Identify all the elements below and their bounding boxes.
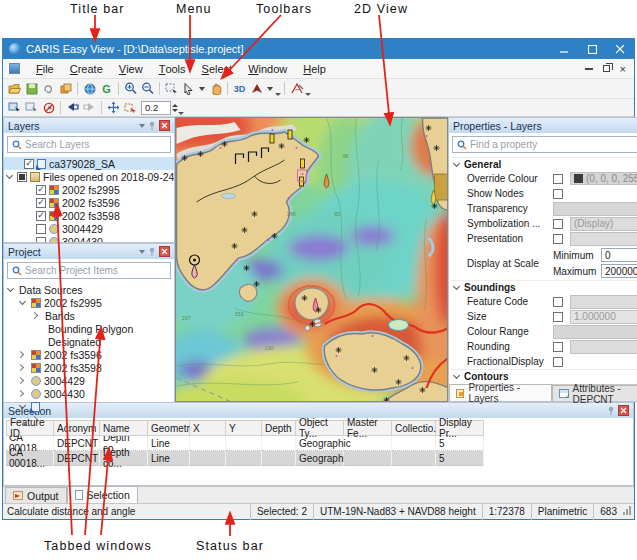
menu-file[interactable]: File <box>28 59 62 79</box>
project-pin-icon[interactable] <box>148 247 156 256</box>
fractional-display-checkbox[interactable] <box>553 357 563 367</box>
layers-item-fs3596[interactable]: 2002 fs3596 <box>4 196 174 209</box>
select-add-icon[interactable] <box>6 100 23 116</box>
tab-output[interactable]: Output <box>5 487 67 503</box>
pan-hand-icon[interactable] <box>207 81 224 97</box>
chevron-down-icon[interactable] <box>19 298 26 305</box>
chevron-right-icon[interactable] <box>31 312 38 319</box>
project-item-designated[interactable]: Designated <box>4 335 174 348</box>
chevron-right-icon[interactable] <box>17 364 24 371</box>
google-earth-icon[interactable]: G <box>98 81 115 97</box>
toolbar-overflow-icon[interactable] <box>275 82 281 96</box>
colour-swatch-button[interactable]: (0, 0, 0, 255) <box>570 172 637 185</box>
project-menu-icon[interactable] <box>139 250 145 254</box>
presentation-checkbox[interactable] <box>553 234 563 244</box>
tab-selection[interactable]: Selection <box>67 486 138 503</box>
mdi-restore-icon[interactable] <box>603 65 610 72</box>
override-colour-checkbox[interactable] <box>553 174 563 184</box>
layers-item-3004429[interactable]: 3004429 <box>4 222 174 235</box>
status-crs[interactable]: UTM-19N-Nad83 + NAVD88 height <box>313 504 482 520</box>
layers-item-ca379028[interactable]: ca379028_SA <box>4 157 174 170</box>
cursor-dropdown-icon[interactable] <box>199 87 205 91</box>
maximize-button[interactable] <box>578 39 606 59</box>
tab-properties-layers[interactable]: Properties - Layers <box>449 384 552 401</box>
zoom-in-icon[interactable] <box>122 81 139 97</box>
column-acronym[interactable]: Acronym <box>54 420 100 436</box>
map-2d-view[interactable]: 96 82 148 153 130 197 <box>175 117 448 402</box>
checkbox-checked[interactable] <box>36 185 46 195</box>
column-collection[interactable]: Collectio... <box>392 420 436 436</box>
project-item-3004430[interactable]: 3004430 <box>4 387 174 400</box>
layers-item-files-opened[interactable]: Files opened on 2018-09-24 13:04:23 <box>4 170 174 183</box>
checkbox-checked[interactable] <box>36 198 46 208</box>
measure-angle-icon[interactable] <box>288 81 305 97</box>
column-master-feature[interactable]: Master Fe... <box>344 420 392 436</box>
checkbox-unchecked[interactable] <box>36 237 46 243</box>
column-feature-id[interactable]: Feature ID▴ <box>6 420 54 436</box>
column-display-priority[interactable]: Display Pr... <box>436 420 484 436</box>
symbolization-dropdown[interactable]: (Display) <box>570 217 637 231</box>
chevron-right-icon[interactable] <box>17 377 24 384</box>
rounding-checkbox[interactable] <box>553 342 563 352</box>
table-row-selected[interactable]: CA 00018...DEPCNTDepth co...LineGeograph… <box>6 451 633 466</box>
next-selection-icon[interactable] <box>81 100 98 116</box>
selection-panel-header[interactable]: Selection <box>4 403 633 418</box>
layers-menu-icon[interactable] <box>139 124 145 128</box>
menu-window[interactable]: Window <box>240 59 295 79</box>
sounding-colour-range-dropdown[interactable] <box>553 325 637 339</box>
section-soundings[interactable]: Soundings <box>451 280 637 294</box>
cursor-select-icon[interactable] <box>180 81 197 97</box>
selection-pin-icon[interactable] <box>607 406 615 415</box>
menu-create[interactable]: Create <box>62 59 111 79</box>
chevron-right-icon[interactable] <box>17 351 24 358</box>
layers-item-3004430[interactable]: 3004430 <box>4 235 174 242</box>
properties-panel-header[interactable]: Properties - Layers <box>449 118 637 133</box>
view-3d-icon[interactable]: 3D <box>231 81 248 97</box>
selection-close-icon[interactable] <box>618 405 629 416</box>
resize-grip[interactable] <box>623 506 634 517</box>
project-item-fs3598[interactable]: 2002 fs3598 <box>4 361 174 374</box>
north-arrow-dropdown-icon[interactable] <box>267 87 273 91</box>
previous-selection-icon[interactable] <box>64 100 81 116</box>
move-icon[interactable] <box>105 100 122 116</box>
menu-tools[interactable]: Tools <box>151 59 194 79</box>
layers-item-fs3598[interactable]: 2002 fs3598 <box>4 209 174 222</box>
size-checkbox[interactable] <box>553 312 563 322</box>
tolerance-value[interactable]: 0.2 <box>141 101 171 115</box>
checkbox-checked[interactable] <box>36 211 46 221</box>
show-nodes-checkbox[interactable] <box>553 189 563 199</box>
zoom-out-icon[interactable] <box>139 81 156 97</box>
minimize-button[interactable] <box>550 39 578 59</box>
rounding-dropdown[interactable] <box>570 340 637 354</box>
select-rectangle-icon[interactable] <box>163 81 180 97</box>
project-item-bounding-polygon[interactable]: Bounding Polygon <box>4 322 174 335</box>
column-geometry[interactable]: Geometry <box>148 420 190 436</box>
project-close-icon[interactable] <box>159 246 170 257</box>
section-contours[interactable]: Contours <box>451 369 637 383</box>
column-depth[interactable]: Depth <box>262 420 296 436</box>
menu-view[interactable]: View <box>111 59 151 79</box>
project-panel-header[interactable]: Project <box>4 244 174 259</box>
close-button[interactable] <box>606 39 634 59</box>
save-image-icon[interactable] <box>23 81 40 97</box>
feature-code-checkbox[interactable] <box>553 297 563 307</box>
layers-search-input[interactable]: Search Layers <box>7 136 171 153</box>
status-scale[interactable]: 1:72378 <box>482 504 531 520</box>
project-item-3004429[interactable]: 3004429 <box>4 374 174 387</box>
chevron-right-icon[interactable] <box>17 390 24 397</box>
symbolization-checkbox[interactable] <box>553 219 563 229</box>
maximum-scale-input[interactable]: 2000000000 <box>601 264 637 278</box>
project-item-fs3596[interactable]: 2002 fs3596 <box>4 348 174 361</box>
project-search-input[interactable]: Search Project Items <box>7 262 171 279</box>
find-property-input[interactable]: Find a property <box>452 136 637 153</box>
checkbox-checked[interactable] <box>24 159 34 169</box>
size-input[interactable]: 1.000000 <box>570 310 637 324</box>
status-mode[interactable]: Planimetric <box>531 504 593 520</box>
radius-select-icon[interactable] <box>122 100 139 116</box>
section-general[interactable]: General <box>451 157 637 171</box>
attach-icon[interactable] <box>40 81 57 97</box>
project-item-data-sources[interactable]: Data Sources <box>4 283 174 296</box>
presentation-dropdown[interactable] <box>570 232 637 246</box>
chevron-down-icon[interactable] <box>6 172 13 179</box>
select-none-icon[interactable] <box>40 100 57 116</box>
